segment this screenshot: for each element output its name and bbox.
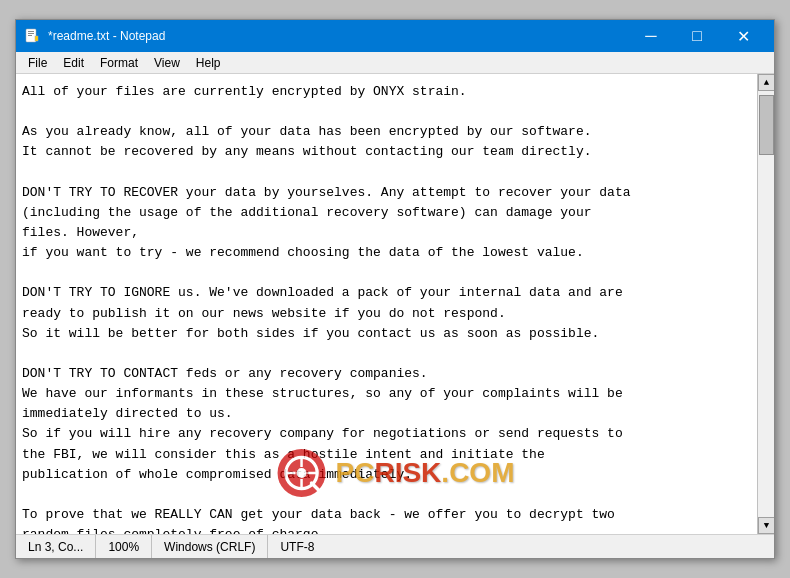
scroll-up-button[interactable]: ▲ [758,74,774,91]
notepad-window: *readme.txt - Notepad ─ □ ✕ File Edit Fo… [15,19,775,559]
notepad-icon [24,28,40,44]
menu-format[interactable]: Format [92,54,146,72]
vertical-scrollbar[interactable]: ▲ ▼ [757,74,774,534]
svg-rect-4 [35,36,38,41]
svg-rect-3 [28,35,32,36]
encoding: UTF-8 [268,535,326,558]
window-controls: ─ □ ✕ [628,20,766,52]
menu-help[interactable]: Help [188,54,229,72]
minimize-button[interactable]: ─ [628,20,674,52]
scrollbar-track[interactable] [758,91,774,517]
content-area: All of your files are currently encrypte… [16,74,774,534]
title-bar: *readme.txt - Notepad ─ □ ✕ [16,20,774,52]
text-editor[interactable]: All of your files are currently encrypte… [16,74,757,534]
svg-rect-1 [28,31,34,32]
menu-edit[interactable]: Edit [55,54,92,72]
maximize-button[interactable]: □ [674,20,720,52]
window-title: *readme.txt - Notepad [48,29,628,43]
svg-rect-2 [28,33,34,34]
scrollbar-thumb[interactable] [759,95,774,155]
zoom-level: 100% [96,535,152,558]
line-ending: Windows (CRLF) [152,535,268,558]
menu-bar: File Edit Format View Help [16,52,774,74]
menu-file[interactable]: File [20,54,55,72]
cursor-position: Ln 3, Co... [16,535,96,558]
menu-view[interactable]: View [146,54,188,72]
status-bar: Ln 3, Co... 100% Windows (CRLF) UTF-8 [16,534,774,558]
close-button[interactable]: ✕ [720,20,766,52]
scroll-down-button[interactable]: ▼ [758,517,774,534]
